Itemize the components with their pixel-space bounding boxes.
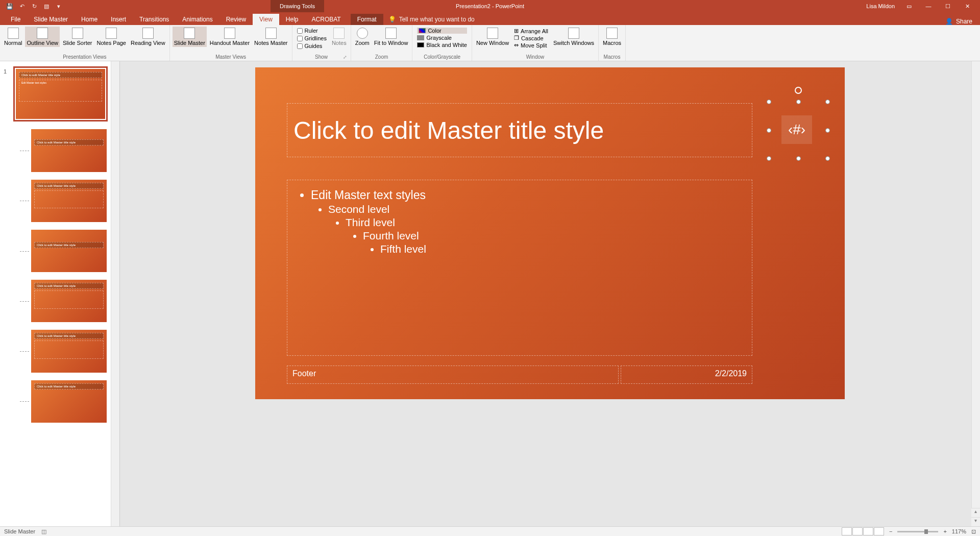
layout-thumbnail[interactable]: Click to edit Master title style xyxy=(31,230,107,272)
normal-view-button[interactable]: Normal xyxy=(3,27,23,47)
layout-thumbnail[interactable]: Click to edit Master title style xyxy=(31,180,107,222)
slide-number-text: ‹#› xyxy=(781,115,812,144)
tab-acrobat[interactable]: ACROBAT xyxy=(305,14,348,25)
rotation-handle[interactable] xyxy=(795,87,802,94)
quick-access-toolbar: 💾 ↶ ↻ ▧ ▾ xyxy=(0,3,62,10)
layout-thumbnail[interactable]: Click to edit Master title style xyxy=(31,280,107,322)
body-placeholder[interactable]: Edit Master text styles Second level Thi… xyxy=(287,180,752,356)
footer-placeholder[interactable]: Footer xyxy=(287,366,619,384)
resize-handle[interactable] xyxy=(825,128,830,133)
resize-handle[interactable] xyxy=(767,128,771,133)
resize-handle[interactable] xyxy=(825,156,830,161)
arrange-all-button[interactable]: ⊞Arrange All xyxy=(514,28,548,34)
next-slide-icon[interactable]: ▾ xyxy=(971,517,980,526)
black-white-option[interactable]: Black and White xyxy=(417,42,467,48)
group-label: Macros xyxy=(601,54,623,61)
ribbon-tabs: File Slide Master Home Insert Transition… xyxy=(0,12,980,25)
sorter-view-icon[interactable] xyxy=(852,527,863,535)
tell-me-search[interactable]: 💡 Tell me what you want to do xyxy=(383,14,480,25)
fit-to-window-button[interactable]: Fit to Window xyxy=(373,27,410,47)
layout-thumbnail[interactable]: Click to edit Master title style xyxy=(31,129,107,172)
reading-view-icon[interactable] xyxy=(863,527,873,535)
zoom-level[interactable]: 117% xyxy=(952,528,966,534)
cascade-icon: ❒ xyxy=(514,35,519,41)
dialog-launcher-icon[interactable]: ⤢ xyxy=(343,55,347,60)
move-split-button[interactable]: ⇔Move Split xyxy=(514,42,548,48)
tab-transitions[interactable]: Transitions xyxy=(133,14,176,25)
handout-master-button[interactable]: Handout Master xyxy=(208,27,251,47)
new-window-button[interactable]: New Window xyxy=(475,27,510,47)
resize-handle[interactable] xyxy=(767,156,771,161)
group-label: Window xyxy=(475,54,596,61)
undo-icon[interactable]: ↶ xyxy=(18,3,26,10)
date-placeholder[interactable]: 2/2/2019 xyxy=(621,366,752,384)
color-option[interactable]: Color xyxy=(417,28,467,34)
cascade-button[interactable]: ❒Cascade xyxy=(514,35,548,41)
slide-nav-buttons: ▴ ▾ xyxy=(971,508,980,526)
grayscale-option[interactable]: Grayscale xyxy=(417,35,467,41)
zoom-slider[interactable] xyxy=(897,531,938,532)
tab-slide-master[interactable]: Slide Master xyxy=(27,14,75,25)
close-icon[interactable]: ✕ xyxy=(962,1,972,11)
list-item: Second level xyxy=(328,203,742,215)
resize-handle[interactable] xyxy=(825,100,830,104)
reading-view-button[interactable]: Reading View xyxy=(129,27,167,47)
tab-view[interactable]: View xyxy=(253,14,279,25)
redo-icon[interactable]: ↻ xyxy=(31,3,38,10)
title-placeholder[interactable]: Click to edit Master title style xyxy=(287,103,752,157)
resize-handle[interactable] xyxy=(767,100,771,104)
notes-page-button[interactable]: Notes Page xyxy=(95,27,128,47)
ribbon-options-icon[interactable]: ▭ xyxy=(904,1,914,11)
prev-slide-icon[interactable]: ▴ xyxy=(971,508,980,517)
thumbnail-scrollbar[interactable] xyxy=(111,61,119,526)
slide-master-button[interactable]: Slide Master xyxy=(173,27,207,47)
group-window: New Window ⊞Arrange All ❒Cascade ⇔Move S… xyxy=(472,25,599,61)
tab-insert[interactable]: Insert xyxy=(104,14,133,25)
layout-thumbnail[interactable]: Click to edit Master title style xyxy=(31,330,107,372)
tab-format[interactable]: Format xyxy=(351,14,383,25)
slideshow-view-icon[interactable] xyxy=(874,527,884,535)
tab-home[interactable]: Home xyxy=(75,14,104,25)
notes-master-button[interactable]: Notes Master xyxy=(253,27,289,47)
gridlines-checkbox[interactable]: Gridlines xyxy=(297,35,327,41)
fit-window-icon[interactable]: ⊡ xyxy=(971,528,976,535)
guides-checkbox[interactable]: Guides xyxy=(297,43,327,49)
normal-view-icon[interactable] xyxy=(842,527,852,535)
outline-view-button[interactable]: Outline View xyxy=(25,27,60,47)
list-item: Third level xyxy=(346,216,742,229)
tab-help[interactable]: Help xyxy=(279,14,305,25)
layout-thumbnail[interactable]: Click to edit Master title style xyxy=(31,380,107,423)
qat-customize-icon[interactable]: ▾ xyxy=(55,3,62,10)
editor-scrollbar[interactable] xyxy=(971,61,980,526)
minimize-icon[interactable]: — xyxy=(923,1,934,11)
start-slideshow-icon[interactable]: ▧ xyxy=(43,3,50,10)
slide-editor[interactable]: Click to edit Master title style Edit Ma… xyxy=(120,61,980,526)
tab-file[interactable]: File xyxy=(4,14,27,25)
save-icon[interactable]: 💾 xyxy=(6,3,13,10)
accessibility-icon[interactable]: ◫ xyxy=(41,528,46,535)
ruler-checkbox[interactable]: Ruler xyxy=(297,28,327,34)
slide-sorter-button[interactable]: Slide Sorter xyxy=(61,27,93,47)
share-label: Share xyxy=(956,18,972,25)
list-item: Fourth level xyxy=(363,230,742,242)
maximize-icon[interactable]: ☐ xyxy=(943,1,953,11)
slide-canvas[interactable]: Click to edit Master title style Edit Ma… xyxy=(255,67,845,399)
share-icon: 👤 xyxy=(945,18,953,25)
macros-button[interactable]: Macros xyxy=(601,27,623,47)
master-thumbnail[interactable]: Click to edit Master title style Edit Ma… xyxy=(13,66,108,121)
thumbnail-list[interactable]: Click to edit Master title style Edit Ma… xyxy=(10,61,111,526)
zoom-button[interactable]: Zoom xyxy=(354,27,371,47)
switch-windows-button[interactable]: Switch Windows xyxy=(552,27,596,47)
tab-review[interactable]: Review xyxy=(219,14,253,25)
title-bar: 💾 ↶ ↻ ▧ ▾ Drawing Tools Presentation2 - … xyxy=(0,0,980,12)
resize-handle[interactable] xyxy=(796,156,801,161)
work-area: 1 Click to edit Master title style Edit … xyxy=(0,61,980,526)
slide-number-placeholder-selected[interactable]: ‹#› xyxy=(769,102,827,158)
group-show: Ruler Gridlines Guides Notes Show⤢ xyxy=(292,25,351,61)
user-name[interactable]: Lisa Mildon xyxy=(866,3,895,9)
zoom-in-icon[interactable]: + xyxy=(943,528,946,534)
resize-handle[interactable] xyxy=(796,100,801,104)
tab-animations[interactable]: Animations xyxy=(176,14,219,25)
share-button[interactable]: 👤 Share xyxy=(945,18,972,25)
zoom-out-icon[interactable]: − xyxy=(889,528,892,534)
